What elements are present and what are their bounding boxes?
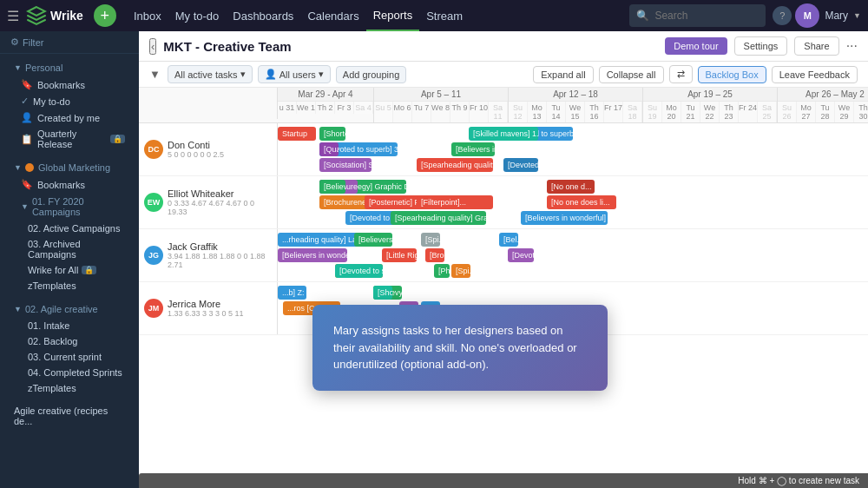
- all-users-filter[interactable]: 👤 All users ▾: [258, 65, 331, 83]
- nav-reports[interactable]: Reports: [366, 0, 420, 31]
- date-day: Tu 28: [816, 102, 835, 122]
- search-icon: 🔍: [636, 10, 649, 22]
- table-row: DCDon Conti5 0 0 0 0 0 0 2.5Startup[Devo…: [139, 123, 868, 176]
- task-bar[interactable]: [Believers in wonder...: [451, 142, 495, 156]
- sync-button[interactable]: ⇄: [669, 65, 693, 83]
- date-group: Apr 5 – 11Su 5Mo 6Tu 7We 8Th 9Fr 10Sa 11: [374, 88, 509, 122]
- sidebar-personal-header[interactable]: ▼ Personal: [7, 59, 132, 76]
- task-bar[interactable]: [Posternetic] Poster Design: [365, 195, 422, 209]
- task-bar[interactable]: [Spearheading quality] Social Con...: [417, 158, 493, 172]
- settings-button[interactable]: Settings: [734, 36, 788, 56]
- sidebar-personal-label: Personal: [25, 63, 62, 73]
- task-bar[interactable]: [No one does li...: [547, 195, 616, 209]
- avatar: EW: [144, 193, 163, 212]
- tasks-cell[interactable]: ...rheading quality] Landing Page Design…: [278, 229, 868, 281]
- sidebar-intake[interactable]: 01. Intake: [7, 318, 132, 333]
- task-bar[interactable]: Startup: [278, 127, 316, 141]
- sidebar-ztemplates-1[interactable]: zTemplates: [7, 278, 132, 293]
- expand-all-button[interactable]: Expand all: [533, 66, 593, 83]
- menu-button[interactable]: ☰: [7, 8, 19, 24]
- sidebar-item-created-by-me[interactable]: 👤Created by me: [7, 109, 132, 126]
- sidebar-item-bookmarks[interactable]: 🔖Bookmarks: [7, 76, 132, 93]
- backlog-box-button[interactable]: Backlog Box: [698, 66, 766, 83]
- leave-feedback-button[interactable]: Leave Feedback: [772, 66, 858, 83]
- sidebar-agile-header[interactable]: ▼ 02. Agile creative: [7, 300, 132, 318]
- search-bar[interactable]: 🔍: [629, 4, 766, 27]
- sidebar-item-my-todo[interactable]: ✓My to-do: [7, 93, 132, 109]
- nav-inbox[interactable]: Inbox: [127, 0, 168, 31]
- date-day: u 31: [278, 102, 297, 114]
- person-numbers: 5 0 0 0 0 0 0 2.5: [168, 150, 224, 159]
- date-group: Apr 26 – May 2Su 26Mo 27Tu 28We 29Th 30F…: [778, 88, 868, 122]
- sidebar-fy-header[interactable]: ▼ 01. FY 2020 Campaigns: [7, 193, 132, 221]
- sidebar-wrike-for-all[interactable]: Wrike for All 🔒: [7, 262, 132, 278]
- task-bar[interactable]: [Devoted to superb] Landing Page Design: [335, 264, 383, 278]
- task-bar[interactable]: [Socistation] Social Co...: [319, 158, 372, 172]
- demo-tour-button[interactable]: Demo tour: [665, 37, 727, 55]
- task-bar[interactable]: [Believers in wonderful] Landing Page De…: [278, 248, 347, 262]
- date-day: Su 26: [778, 102, 797, 122]
- task-bar[interactable]: [Believers in wonder...: [354, 233, 392, 247]
- task-bar[interactable]: [Believers in wonderful] Graphic De...: [521, 211, 608, 225]
- add-grouping-button[interactable]: Add grouping: [336, 66, 406, 83]
- task-bar[interactable]: [Devoted to superb] 9...: [503, 158, 538, 172]
- back-button[interactable]: ‹: [149, 38, 156, 55]
- sidebar-item-quarterly-release[interactable]: 📋Quarterly Release 🔒: [7, 126, 132, 152]
- date-day: We 8: [431, 102, 450, 122]
- sidebar-archived-campaigns[interactable]: 03. Archived Campaigns: [7, 236, 132, 262]
- sidebar-current-sprint[interactable]: 03. Current sprint: [7, 349, 132, 365]
- date-group: Apr 12 – 18Su 12Mo 13Tu 14We 15Th 16Fr 1…: [509, 88, 643, 122]
- help-button[interactable]: ?: [773, 6, 792, 25]
- task-bar[interactable]: [Believers in wo...: [319, 180, 345, 194]
- task-bar[interactable]: ...b] Z: Pine...: [278, 286, 306, 300]
- user-menu[interactable]: M Mary ▼: [795, 3, 861, 28]
- more-options-button[interactable]: ···: [846, 38, 858, 54]
- sidebar-completed-sprints[interactable]: 04. Completed Sprints: [7, 365, 132, 380]
- task-bar[interactable]: [Spi...: [451, 264, 470, 278]
- task-bar[interactable]: [Brochr...: [425, 248, 444, 262]
- table-row: JGJack Graffik3.94 1.88 1.88 1.88 0 0 1.…: [139, 229, 868, 282]
- collapse-all-button[interactable]: Collapse all: [599, 66, 664, 83]
- date-day: Tu 7: [412, 102, 431, 122]
- task-bar[interactable]: [Skilled mavens] 1. Finalize Storyboard: [469, 127, 538, 141]
- date-group-label: Apr 5 – 11: [374, 88, 508, 102]
- task-bar[interactable]: [Spi...: [421, 233, 440, 247]
- sidebar-global-marketing-header[interactable]: ▼ Global Marketing: [7, 159, 132, 176]
- sidebar-backlog[interactable]: 02. Backlog: [7, 333, 132, 349]
- nav-my-todo[interactable]: My to-do: [168, 0, 227, 31]
- task-bar[interactable]: [No one d...: [547, 180, 595, 194]
- task-bar[interactable]: [Ph...: [434, 264, 450, 278]
- sidebar-active-campaigns[interactable]: 02. Active Campaigns: [7, 221, 132, 236]
- date-day: We 15: [566, 102, 585, 122]
- nav-stream[interactable]: Stream: [419, 0, 470, 31]
- tasks-cell[interactable]: [Createveegy] Graphic Design Work[Brochu…: [278, 176, 868, 228]
- task-bar[interactable]: [Bel...: [499, 233, 518, 247]
- date-day: Tu 14: [547, 102, 566, 122]
- task-bar[interactable]: [Little Right Factor] P...: [382, 248, 417, 262]
- task-bar[interactable]: [Spearheading quality] Graphic Design Wo…: [391, 211, 486, 225]
- task-bar[interactable]: [Quantum...: [319, 142, 339, 156]
- page-title: MKT - Creative Team: [163, 39, 658, 54]
- new-item-button[interactable]: +: [94, 4, 116, 27]
- date-day: Th 23: [720, 102, 739, 122]
- person-numbers: 0 3.33 4.67 4.67 4.67 0 0 19.33: [168, 199, 272, 216]
- sidebar-gm-bookmarks[interactable]: 🔖Bookmarks: [7, 176, 132, 193]
- share-button[interactable]: Share: [794, 36, 838, 56]
- sidebar-ztemplates-2[interactable]: zTemplates: [7, 380, 132, 396]
- sidebar-agile-recipes[interactable]: Agile creative (recipes de...: [7, 403, 132, 429]
- task-bar[interactable]: [Shortcut...: [373, 286, 392, 300]
- date-group-label: Apr 26 – May 2: [778, 88, 868, 102]
- search-input[interactable]: [654, 10, 759, 22]
- task-bar[interactable]: [Filterpoint]...: [417, 195, 493, 209]
- all-active-tasks-filter[interactable]: All active tasks ▾: [168, 65, 253, 83]
- person-name: Elliot Whiteaker: [168, 188, 272, 199]
- nav-calendars[interactable]: Calendars: [300, 0, 365, 31]
- nav-dashboards[interactable]: Dashboards: [226, 0, 300, 31]
- gantt-header: Mar 29 - Apr 4u 31We 1Th 2Fr 3Sa 4Apr 5 …: [139, 88, 868, 123]
- task-bar[interactable]: [Devoted: [508, 248, 534, 262]
- gantt-area[interactable]: Mar 29 - Apr 4u 31We 1Th 2Fr 3Sa 4Apr 5 …: [139, 88, 868, 473]
- task-bar[interactable]: [Shortcut...: [319, 127, 345, 141]
- filter-bar[interactable]: ⚙Filter: [0, 31, 139, 54]
- date-day: Fr 17: [604, 102, 623, 122]
- tasks-cell[interactable]: Startup[Devoted to superb] 3. Init...[So…: [278, 123, 868, 175]
